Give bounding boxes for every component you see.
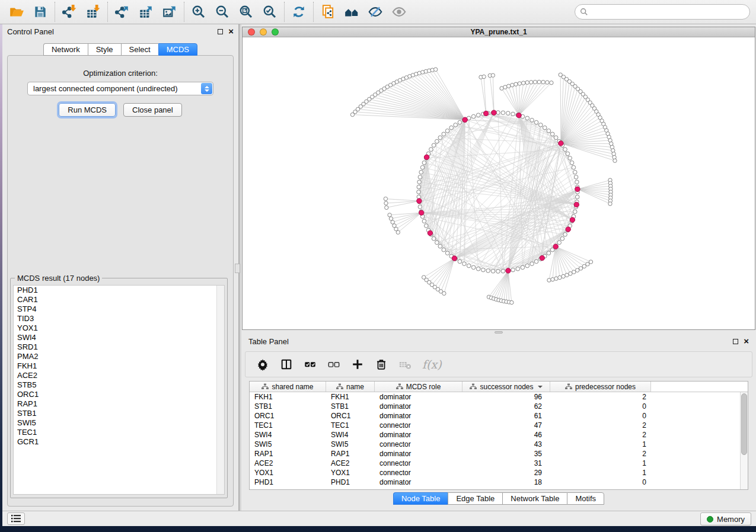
apply-layout-button[interactable] — [287, 1, 311, 23]
toolbar-separator — [284, 2, 285, 22]
maximize-window-icon[interactable] — [272, 28, 279, 36]
column-header-MCDS-role[interactable]: MCDS role — [375, 382, 462, 392]
mcds-result-item[interactable]: STB1 — [14, 409, 224, 418]
first-neighbors-button[interactable] — [340, 1, 363, 23]
table-cell: 0 — [550, 402, 651, 411]
table-scrollbar[interactable] — [740, 392, 748, 489]
deselect-all-icon — [327, 358, 340, 371]
zoom-fit-button[interactable] — [234, 1, 258, 23]
column-header-label: predecessor nodes — [575, 383, 636, 391]
mcds-result-item[interactable]: ORC1 — [14, 390, 224, 399]
export-image-button[interactable] — [158, 1, 181, 23]
zoom-selected-button[interactable] — [258, 1, 282, 23]
tab-network[interactable]: Network — [43, 43, 88, 56]
mcds-result-item[interactable]: STB5 — [14, 380, 224, 390]
tab-select[interactable]: Select — [121, 43, 158, 56]
memory-button[interactable]: Memory — [700, 512, 751, 525]
mcds-result-item[interactable]: SWI4 — [14, 333, 224, 342]
float-table-panel-icon[interactable] — [733, 339, 738, 344]
export-network-button[interactable] — [110, 1, 134, 23]
minimize-window-icon[interactable] — [260, 28, 267, 36]
open-file-button[interactable] — [5, 1, 28, 23]
mcds-list-scrollbar[interactable] — [216, 286, 224, 494]
table-row[interactable]: PHD1PHD1dominator180 — [250, 477, 748, 487]
tab-motifs[interactable]: Motifs — [567, 492, 604, 505]
table-cell: 2 — [550, 430, 651, 440]
mcds-result-item[interactable]: CAR1 — [14, 295, 224, 305]
select-all-icon — [304, 358, 317, 371]
network-window-titlebar: YPA_prune.txt_1 — [243, 27, 755, 37]
table-cell: STB1 — [250, 402, 326, 411]
import-table-button[interactable] — [81, 1, 105, 23]
delete-column-button[interactable] — [375, 358, 388, 371]
table-scrollbar-thumb[interactable] — [741, 393, 747, 455]
create-column-button[interactable] — [351, 358, 364, 371]
table-cell: YOX1 — [250, 468, 326, 477]
splitter-handle[interactable] — [235, 264, 240, 273]
hide-selected-button[interactable] — [363, 1, 387, 23]
table-row[interactable]: YOX1YOX1connector291 — [250, 468, 748, 477]
mcds-result-item[interactable]: STP4 — [14, 305, 224, 314]
tab-mcds[interactable]: MCDS — [158, 43, 197, 56]
table-row[interactable]: ORC1ORC1dominator610 — [250, 411, 748, 421]
mcds-result-item[interactable]: TEC1 — [14, 428, 224, 437]
table-row[interactable]: SWI4SWI4dominator462 — [250, 430, 748, 440]
deselect-all-button[interactable] — [327, 358, 340, 371]
tab-network-table[interactable]: Network Table — [502, 492, 567, 505]
column-visibility-button[interactable] — [280, 358, 293, 371]
zoom-in-button[interactable] — [187, 1, 210, 23]
column-header-name[interactable]: name — [326, 382, 375, 392]
table-row[interactable]: STB1STB1dominator620 — [250, 402, 748, 411]
close-panel-icon[interactable]: × — [228, 28, 234, 34]
column-header-successor-nodes[interactable]: successor nodes — [462, 382, 550, 392]
column-header-shared-name[interactable]: shared name — [250, 382, 326, 392]
tab-edge-table[interactable]: Edge Table — [448, 492, 502, 505]
table-cell: STB1 — [326, 402, 375, 411]
mcds-result-item[interactable]: TID3 — [14, 314, 224, 323]
column-header-predecessor-nodes[interactable]: predecessor nodes — [550, 382, 651, 392]
column-header-label: name — [346, 383, 364, 391]
table-row[interactable]: RAP1RAP1dominator352 — [250, 449, 748, 459]
close-panel-button[interactable]: Close panel — [123, 103, 182, 117]
table-row[interactable]: TEC1TEC1connector472 — [250, 421, 748, 430]
close-table-panel-icon[interactable]: × — [744, 338, 749, 344]
zoom-in-icon — [191, 4, 206, 20]
column-visibility-icon — [280, 358, 293, 371]
mcds-result-item[interactable]: RAP1 — [14, 399, 224, 409]
float-panel-icon[interactable] — [218, 29, 223, 34]
new-network-from-selection-button[interactable] — [316, 1, 340, 23]
mcds-result-groupbox: MCDS result (17 nodes) PHD1CAR1STP4TID3Y… — [10, 278, 228, 498]
show-panels-button[interactable] — [7, 512, 25, 525]
mcds-result-item[interactable]: PHD1 — [14, 286, 224, 295]
tab-node-table[interactable]: Node Table — [393, 492, 448, 505]
table-row[interactable]: ACE2ACE2connector311 — [250, 459, 748, 468]
table-mode-button[interactable] — [256, 358, 269, 371]
select-all-button[interactable] — [304, 358, 317, 371]
ring-nodes — [350, 68, 617, 305]
tab-style[interactable]: Style — [88, 43, 121, 56]
network-graph[interactable] — [243, 37, 755, 329]
zoom-out-button[interactable] — [210, 1, 234, 23]
mcds-result-item[interactable]: SRD1 — [14, 342, 224, 352]
import-network-button[interactable] — [58, 1, 81, 23]
toolbar-separator — [55, 2, 55, 22]
control-panel-tabs: NetworkStyleSelectMCDS — [2, 43, 238, 56]
mcds-result-item[interactable]: FKH1 — [14, 361, 224, 371]
zoom-out-icon — [215, 4, 230, 20]
mcds-result-item[interactable]: ACE2 — [14, 371, 224, 380]
search-box[interactable] — [575, 4, 750, 20]
mcds-result-item[interactable]: GCR1 — [14, 437, 224, 447]
control-panel-header: Control Panel × — [2, 24, 238, 39]
delete-table-icon — [398, 358, 412, 371]
criterion-select[interactable]: largest connected component (undirected) — [27, 82, 213, 95]
table-row[interactable]: SWI5SWI5connector431 — [250, 440, 748, 449]
mcds-result-item[interactable]: SWI5 — [14, 418, 224, 428]
mcds-result-item[interactable]: YOX1 — [14, 323, 224, 333]
close-window-icon[interactable] — [248, 28, 255, 36]
search-input[interactable] — [592, 8, 745, 17]
mcds-result-item[interactable]: PMA2 — [14, 352, 224, 361]
save-session-button[interactable] — [28, 1, 52, 23]
export-table-button[interactable] — [134, 1, 158, 23]
run-mcds-button[interactable]: Run MCDS — [59, 103, 116, 117]
table-row[interactable]: FKH1FKH1dominator962 — [250, 392, 748, 402]
